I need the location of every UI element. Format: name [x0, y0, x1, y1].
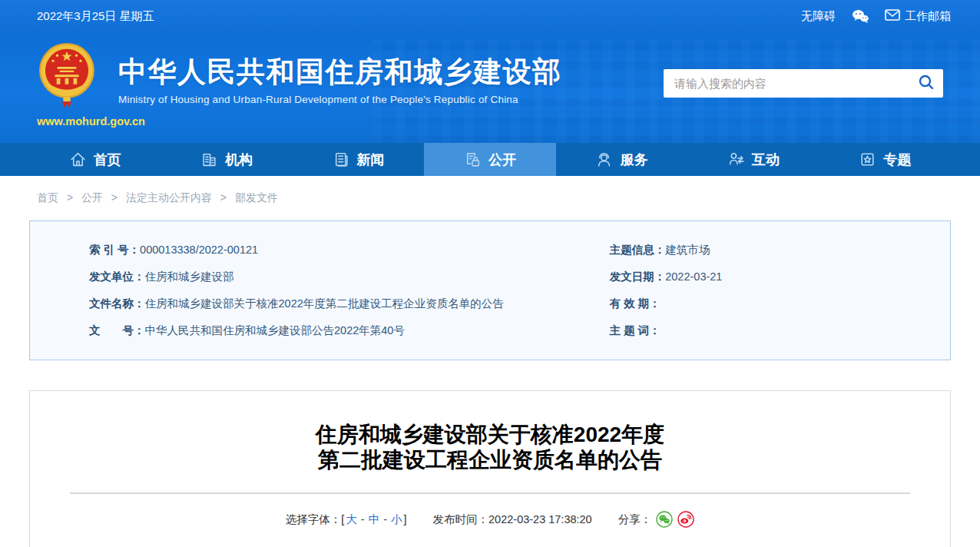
- organization-icon: [200, 151, 218, 168]
- info-row-keywords: 主 题 词：: [610, 317, 950, 344]
- service-icon: [595, 151, 613, 168]
- info-row-index-number: 索 引 号： 000013338/2022-00121: [89, 237, 610, 264]
- breadcrumb-ministry-documents[interactable]: 部发文件: [235, 191, 278, 204]
- nav-tab-service[interactable]: 服务: [556, 143, 687, 176]
- nav-tab-interaction[interactable]: 互动: [687, 143, 819, 176]
- article-title: 住房和城乡建设部关于核准2022年度 第二批建设工程企业资质名单的公告: [30, 391, 950, 472]
- main-nav: 首页 机构 新闻 公开 服务: [0, 143, 980, 176]
- accessibility-link[interactable]: 无障碍: [801, 9, 836, 24]
- search-box: [664, 69, 943, 98]
- info-row-document-number: 文 号： 中华人民共和国住房和城乡建设部公告2022年第40号: [89, 317, 610, 344]
- font-size-small-link[interactable]: 小: [391, 512, 402, 527]
- info-row-issuing-unit: 发文单位： 住房和城乡建设部: [89, 264, 610, 290]
- site-title: 中华人民共和国住房和城乡建设部: [118, 55, 562, 89]
- title-separator: [70, 492, 910, 494]
- search-icon: [918, 74, 935, 93]
- disclosure-icon: [464, 151, 482, 168]
- info-row-issue-date: 发文日期： 2022-03-21: [610, 264, 950, 290]
- news-icon: [333, 151, 350, 168]
- info-row-validity: 有 效 期：: [610, 290, 950, 317]
- font-size-large-link[interactable]: 大: [346, 512, 357, 527]
- topbar: 2022年3月25日 星期五 无障碍: [0, 0, 980, 32]
- special-topic-icon: [859, 151, 876, 168]
- info-row-document-name: 文件名称： 住房和城乡建设部关于核准2022年度第二批建设工程企业资质名单的公告: [89, 290, 610, 317]
- nav-tab-home[interactable]: 首页: [29, 143, 161, 176]
- interaction-icon: [727, 151, 745, 168]
- breadcrumb-disclosure[interactable]: 公开: [81, 191, 103, 204]
- nav-tab-special-topics[interactable]: 专题: [819, 143, 951, 176]
- document-info-box: 索 引 号： 000013338/2022-00121 发文单位： 住房和城乡建…: [29, 220, 951, 360]
- search-button[interactable]: [909, 69, 943, 98]
- font-size-medium-link[interactable]: 中: [369, 512, 380, 527]
- nav-tab-organization[interactable]: 机构: [161, 143, 292, 176]
- share-group: 分享：: [618, 511, 695, 528]
- site-url: www.mohurd.gov.cn: [37, 115, 152, 128]
- breadcrumb-statutory-content[interactable]: 法定主动公开内容: [126, 191, 212, 204]
- home-icon: [69, 151, 87, 168]
- national-emblem-icon: www.mohurd.gov.cn: [37, 41, 97, 109]
- nav-tab-disclosure[interactable]: 公开: [424, 143, 555, 176]
- weibo-share-icon[interactable]: [677, 511, 694, 528]
- info-row-topic-info: 主题信息： 建筑市场: [610, 237, 950, 264]
- search-input[interactable]: [664, 77, 909, 90]
- envelope-icon: [885, 9, 900, 23]
- site-header: www.mohurd.gov.cn 中华人民共和国住房和城乡建设部 Minist…: [0, 32, 980, 143]
- wechat-icon[interactable]: [851, 8, 869, 24]
- nav-tab-news[interactable]: 新闻: [293, 143, 424, 176]
- breadcrumb-home[interactable]: 首页: [37, 191, 58, 204]
- font-size-selector: 选择字体： [ 大 - 中 - 小 ]: [286, 512, 407, 527]
- current-date: 2022年3月25日 星期五: [29, 9, 154, 24]
- breadcrumb-section: 首页 > 公开 > 法定主动公开内容 > 部发文件: [0, 176, 980, 219]
- article-meta-row: 选择字体： [ 大 - 中 - 小 ] 发布时间： 2022-03-23 17:…: [30, 511, 950, 528]
- publish-time: 发布时间： 2022-03-23 17:38:20: [433, 512, 592, 527]
- wechat-share-icon[interactable]: [656, 511, 673, 528]
- breadcrumb: 首页 > 公开 > 法定主动公开内容 > 部发文件: [29, 191, 951, 205]
- site-logo-link[interactable]: www.mohurd.gov.cn 中华人民共和国住房和城乡建设部 Minist…: [37, 41, 562, 109]
- article-box: 住房和城乡建设部关于核准2022年度 第二批建设工程企业资质名单的公告 选择字体…: [29, 390, 951, 547]
- work-mailbox-link[interactable]: 工作邮箱: [885, 9, 951, 24]
- site-subtitle: Ministry of Housing and Urban-Rural Deve…: [118, 94, 562, 105]
